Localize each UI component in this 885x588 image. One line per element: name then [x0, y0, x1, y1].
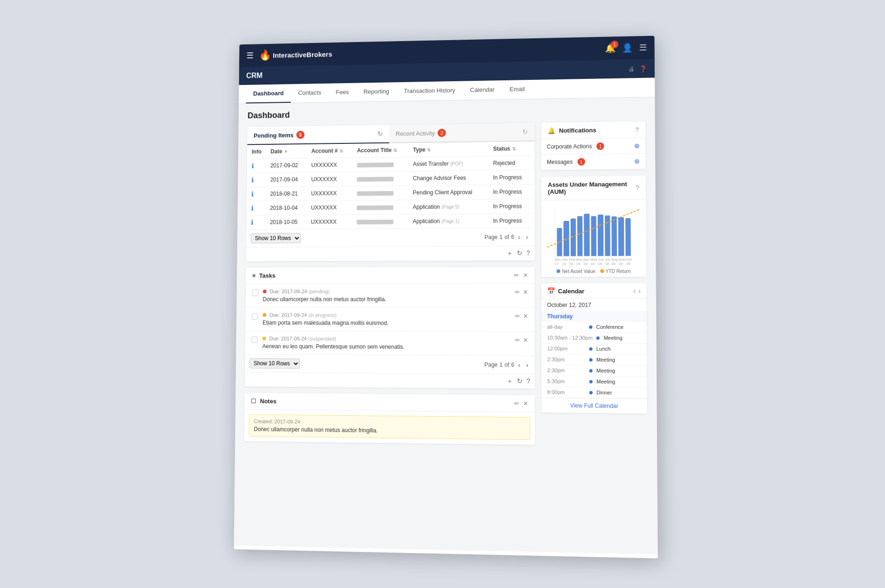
page-total: 6	[511, 234, 514, 240]
notes-header-icons: ✏ ✕	[514, 400, 528, 407]
task-edit-icon[interactable]: ✏	[515, 288, 520, 295]
tab-recent-activity[interactable]: Recent Activity 2 ↻	[389, 123, 534, 143]
task-checkbox[interactable]	[252, 290, 258, 296]
info-icon[interactable]: ℹ	[251, 176, 254, 184]
logo-text: InteractiveBrokers	[273, 50, 332, 59]
info-icon[interactable]: ℹ	[251, 219, 253, 226]
help-icon[interactable]: ?	[526, 249, 530, 257]
page-of: of	[504, 234, 509, 240]
task-delete-icon[interactable]: ✕	[523, 288, 528, 295]
tab-email[interactable]: Email	[502, 79, 532, 99]
task-edit-icon[interactable]: ✏	[515, 336, 520, 343]
refresh-icon[interactable]: ↻	[517, 249, 522, 257]
corporate-actions-label: Corporate Actions	[546, 143, 592, 150]
tab-calendar[interactable]: Calendar	[462, 80, 502, 100]
col-date[interactable]: Date ▼	[268, 144, 309, 158]
list-item: 2:30pm Meeting	[541, 354, 647, 366]
browser-window: ☰ 🔥 InteractiveBrokers 🔔 1 👤 ☰ CRM 🖨 ❓ D…	[234, 35, 658, 558]
tasks-header: ≡ Tasks ✏ ✕	[246, 267, 535, 284]
pending-recent-card: Pending Items 5 ↻ Recent Activity 2 ↻	[246, 123, 534, 261]
task-edit-icons: ✏ ✕	[515, 336, 528, 343]
user-icon-btn[interactable]: 👤	[622, 43, 633, 53]
info-icon[interactable]: ℹ	[251, 162, 254, 170]
aum-card: Assets Under Management (AUM) ?	[541, 176, 646, 277]
view-full-calendar-link[interactable]: View Full Calendar	[541, 397, 647, 413]
show-rows-select[interactable]: Show 10 Rows	[250, 233, 301, 243]
col-account[interactable]: Account # ⇅	[308, 143, 354, 158]
help-tasks-icon[interactable]: ?	[526, 377, 530, 385]
help-notif-icon[interactable]: ?	[635, 126, 638, 133]
tasks-next-btn[interactable]: ›	[524, 360, 530, 369]
aum-header-icons: ?	[636, 184, 639, 191]
list-item: 10:30am - 12:30pm Meeting	[541, 332, 647, 343]
task-checkbox[interactable]	[252, 313, 258, 319]
calendar-icon: 📅	[547, 287, 555, 294]
recent-refresh-icon[interactable]: ↻	[522, 128, 528, 135]
tab-reporting[interactable]: Reporting	[356, 82, 396, 102]
tab-transaction-history[interactable]: Transaction History	[396, 81, 462, 101]
task-delete-icon[interactable]: ✕	[523, 312, 528, 319]
tasks-page-of: of	[504, 361, 509, 368]
tasks-show-rows-select[interactable]: Show 10 Rows	[249, 358, 300, 368]
tab-fees[interactable]: Fees	[328, 83, 356, 102]
task-due: Due: 2017-09-24 (pending)	[262, 288, 510, 294]
main-content: Dashboard Pending Items 5 ↻ Recent Activ…	[234, 97, 658, 554]
info-icon[interactable]: ℹ	[251, 190, 253, 198]
next-page-btn[interactable]: ›	[524, 232, 530, 241]
list-item: 12:00pm Lunch	[541, 343, 647, 354]
event-dot	[589, 368, 592, 372]
page-nav: Page 1 of 6 ‹ ›	[484, 232, 530, 241]
table-row: ℹ 2018-10-04 UXXXXXX Application (Page 5…	[248, 198, 532, 215]
info-icon[interactable]: ℹ	[251, 204, 253, 212]
tasks-card: ≡ Tasks ✏ ✕ Due: 2017-09-2	[244, 267, 534, 389]
pending-label: Pending Items	[254, 131, 294, 139]
event-dot	[589, 380, 592, 383]
page-label: Page	[484, 234, 497, 240]
add-icon[interactable]: ＋	[506, 249, 513, 257]
aum-title: Assets Under Management (AUM)	[547, 180, 631, 195]
tab-pending-items[interactable]: Pending Items 5 ↻	[247, 125, 389, 145]
print-icon[interactable]: 🖨	[628, 65, 634, 72]
col-title[interactable]: Account Title ⇅	[354, 143, 410, 157]
notifications-icon-btn[interactable]: 🔔 1	[605, 43, 615, 53]
task-due: Due: 2017-09-24 (in progress)	[262, 312, 510, 318]
menu-icon-btn[interactable]: ☰	[639, 42, 646, 52]
pending-refresh-icon[interactable]: ↻	[377, 130, 382, 137]
edit-notes-icon[interactable]: ✏	[514, 400, 519, 407]
notes-title: Notes	[260, 397, 276, 404]
prev-page-btn[interactable]: ‹	[516, 232, 522, 241]
tasks-prev-btn[interactable]: ‹	[516, 360, 522, 369]
task-edit-icon[interactable]: ✏	[515, 312, 520, 319]
add-task-icon[interactable]: ＋	[506, 377, 513, 385]
help-aum-icon[interactable]: ?	[636, 184, 639, 191]
card-footer-icons: ＋ ↻ ?	[246, 246, 534, 261]
list-item: Due: 2017-09-24 (pending) Donec ullamcor…	[245, 283, 534, 307]
col-type[interactable]: Type ⇅	[410, 142, 490, 156]
close-notes-icon[interactable]: ✕	[523, 400, 528, 407]
col-status[interactable]: Status ⇅	[490, 141, 532, 156]
refresh-tasks-icon[interactable]: ↻	[517, 377, 522, 385]
chart-bar	[618, 217, 623, 256]
flame-icon: 🔥	[259, 49, 271, 61]
task-delete-icon[interactable]: ✕	[523, 336, 528, 343]
task-checkbox[interactable]	[251, 336, 258, 343]
notif-link-icon[interactable]: ⊕	[634, 142, 639, 149]
tab-contacts[interactable]: Contacts	[290, 83, 328, 102]
calendar-title: Calendar	[558, 287, 584, 294]
aum-legend: Net Asset Value YTD Return	[547, 269, 640, 274]
status-dot-red	[262, 290, 266, 293]
task-text: Etiam porta sem malesuada magna mollis e…	[262, 319, 510, 326]
close-icon[interactable]: ✕	[523, 271, 528, 278]
cal-next-icon[interactable]: ›	[638, 287, 640, 294]
edit-icon[interactable]: ✏	[514, 271, 519, 278]
pending-badge: 5	[296, 130, 304, 139]
hamburger-icon[interactable]: ☰	[246, 50, 254, 61]
side-column: 🔔 Notifications ? Corporate Actions 1 ⊕ …	[541, 121, 647, 413]
cal-prev-icon[interactable]: ‹	[633, 287, 635, 294]
legend-net-dot: Net Asset Value	[556, 269, 595, 274]
help-icon[interactable]: ❓	[639, 65, 647, 72]
tab-dashboard[interactable]: Dashboard	[246, 84, 290, 103]
messages-link-icon[interactable]: ⊕	[634, 157, 639, 165]
main-column: Pending Items 5 ↻ Recent Activity 2 ↻	[244, 123, 535, 445]
chart-bar	[563, 220, 569, 255]
